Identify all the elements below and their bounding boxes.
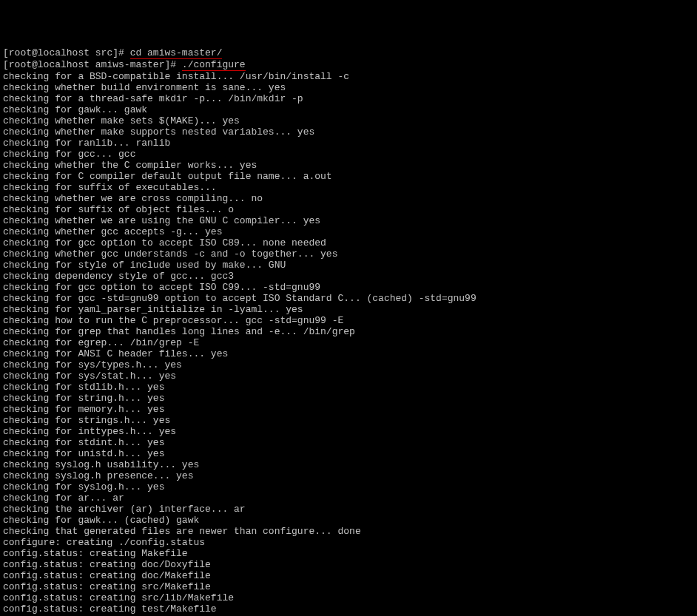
shell-command: cd amiws-master/ bbox=[130, 47, 223, 59]
terminal-output-line: config.status: creating src/Makefile bbox=[3, 581, 694, 592]
terminal-output-line: checking for suffix of object files... o bbox=[3, 204, 694, 215]
terminal-output-line: checking for egrep... /bin/grep -E bbox=[3, 337, 694, 348]
terminal-output-line: checking for unistd.h... yes bbox=[3, 448, 694, 459]
terminal-output-line: checking for stdint.h... yes bbox=[3, 437, 694, 448]
terminal-output[interactable]: [root@localhost src]# cd amiws-master/[r… bbox=[3, 47, 694, 616]
terminal-output-line: checking whether gcc accepts -g... yes bbox=[3, 226, 694, 237]
terminal-output-line: checking syslog.h usability... yes bbox=[3, 459, 694, 470]
terminal-output-line: checking whether build environment is sa… bbox=[3, 82, 694, 93]
terminal-output-line: checking for gawk... (cached) gawk bbox=[3, 515, 694, 526]
terminal-output-line: checking for style of include used by ma… bbox=[3, 260, 694, 271]
terminal-output-line: checking for syslog.h... yes bbox=[3, 481, 694, 493]
terminal-output-line: checking for memory.h... yes bbox=[3, 404, 694, 415]
terminal-output-line: configure: creating ./config.status bbox=[3, 537, 694, 548]
terminal-output-line: checking whether the C compiler works...… bbox=[3, 160, 694, 171]
terminal-prompt-line: [root@localhost src]# cd amiws-master/ bbox=[3, 47, 694, 59]
terminal-prompt-line: [root@localhost amiws-master]# ./configu… bbox=[3, 59, 694, 71]
terminal-output-line: config.status: creating Makefile bbox=[3, 548, 694, 559]
terminal-output-line: checking the archiver (ar) interface... … bbox=[3, 504, 694, 515]
terminal-output-line: checking for stdlib.h... yes bbox=[3, 382, 694, 393]
terminal-output-line: checking for suffix of executables... bbox=[3, 182, 694, 193]
terminal-output-line: checking for sys/stat.h... yes bbox=[3, 370, 694, 382]
terminal-output-line: config.status: creating test/Makefile bbox=[3, 603, 694, 615]
shell-prompt: [root@localhost amiws-master]# bbox=[3, 59, 182, 70]
terminal-output-line: checking for gawk... gawk bbox=[3, 104, 694, 115]
terminal-output-line: checking for a BSD-compatible install...… bbox=[3, 71, 694, 82]
terminal-output-line: checking for gcc -std=gnu99 option to ac… bbox=[3, 293, 694, 304]
terminal-output-line: checking dependency style of gcc... gcc3 bbox=[3, 271, 694, 282]
terminal-output-line: checking whether we are cross compiling.… bbox=[3, 193, 694, 204]
terminal-output-line: checking for sys/types.h... yes bbox=[3, 359, 694, 370]
terminal-output-line: config.status: creating doc/Makefile bbox=[3, 570, 694, 581]
terminal-output-line: checking for string.h... yes bbox=[3, 393, 694, 404]
terminal-output-line: checking for yaml_parser_initialize in -… bbox=[3, 304, 694, 315]
terminal-output-line: checking for strings.h... yes bbox=[3, 415, 694, 426]
terminal-output-line: checking whether make sets $(MAKE)... ye… bbox=[3, 115, 694, 126]
terminal-output-line: config.status: creating doc/Doxyfile bbox=[3, 559, 694, 570]
terminal-output-line: checking for inttypes.h... yes bbox=[3, 426, 694, 437]
terminal-output-line: checking whether gcc understands -c and … bbox=[3, 248, 694, 260]
terminal-output-line: checking for C compiler default output f… bbox=[3, 171, 694, 182]
shell-command: ./configure bbox=[182, 59, 246, 71]
terminal-output-line: checking for grep that handles long line… bbox=[3, 326, 694, 337]
terminal-output-line: checking for gcc... gcc bbox=[3, 149, 694, 160]
terminal-output-line: checking for ANSI C header files... yes bbox=[3, 348, 694, 359]
terminal-output-line: checking that generated files are newer … bbox=[3, 526, 694, 537]
terminal-output-line: checking for gcc option to accept ISO C9… bbox=[3, 282, 694, 293]
terminal-output-line: checking how to run the C preprocessor..… bbox=[3, 315, 694, 326]
terminal-output-line: checking syslog.h presence... yes bbox=[3, 470, 694, 481]
terminal-output-line: checking for a thread-safe mkdir -p... /… bbox=[3, 93, 694, 104]
terminal-output-line: checking whether make supports nested va… bbox=[3, 126, 694, 138]
terminal-output-line: checking for ar... ar bbox=[3, 493, 694, 504]
terminal-output-line: checking for gcc option to accept ISO C8… bbox=[3, 237, 694, 248]
terminal-output-line: config.status: creating src/lib/Makefile bbox=[3, 592, 694, 603]
shell-prompt: [root@localhost src]# bbox=[3, 47, 130, 58]
terminal-output-line: checking for ranlib... ranlib bbox=[3, 138, 694, 149]
terminal-output-line: checking whether we are using the GNU C … bbox=[3, 215, 694, 226]
